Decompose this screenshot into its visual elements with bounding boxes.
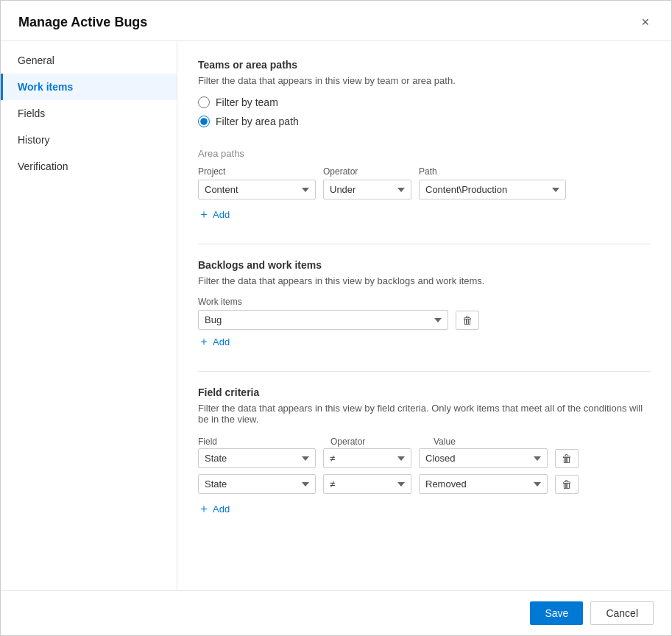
sidebar-item-history[interactable]: History — [1, 127, 177, 153]
filter-by-team-radio[interactable] — [198, 96, 210, 108]
dialog-header: Manage Active Bugs × — [1, 1, 671, 41]
field-criteria-headers: Field Operator Value — [198, 435, 651, 447]
area-paths-section: Area paths Project Content Operator Unde… — [198, 148, 651, 223]
divider-1 — [198, 244, 651, 244]
area-paths-subsection-title: Area paths — [198, 148, 651, 159]
dialog-body: General Work items Fields History Verifi… — [1, 41, 671, 590]
project-label: Project — [198, 166, 316, 177]
backlogs-section: Backlogs and work items Filter the data … — [198, 259, 651, 350]
fc-field-select-2[interactable]: State Priority Assigned To Title — [198, 474, 316, 494]
operator-field-group: Operator Under Not Under — [323, 166, 411, 199]
fc-operator-label: Operator — [330, 437, 365, 447]
backlogs-add-label: Add — [213, 336, 230, 347]
sidebar-item-work-items[interactable]: Work items — [1, 74, 177, 100]
sidebar-item-verification[interactable]: Verification — [1, 153, 177, 180]
area-paths-row: Project Content Operator Under Not Under — [198, 166, 651, 199]
filter-by-area-label[interactable]: Filter by area path — [198, 116, 651, 127]
close-button[interactable]: × — [637, 14, 654, 30]
path-label: Path — [419, 166, 566, 177]
field-criteria-desc: Filter the data that appears in this vie… — [198, 403, 651, 425]
filter-by-area-radio[interactable] — [198, 116, 210, 127]
sidebar-item-fields[interactable]: Fields — [1, 100, 177, 127]
sidebar: General Work items Fields History Verifi… — [1, 41, 177, 590]
save-button[interactable]: Save — [530, 601, 583, 625]
filter-by-area-text: Filter by area path — [216, 116, 299, 127]
trash-icon-fc-1: 🗑 — [562, 453, 572, 464]
fc-value-label: Value — [434, 437, 456, 447]
add-plus-icon: ＋ — [198, 208, 210, 220]
fc-delete-button-1[interactable]: 🗑 — [555, 449, 579, 468]
trash-icon: 🗑 — [462, 314, 473, 326]
work-items-field-group: Work items Bug Task User Story Epic Feat… — [198, 297, 651, 330]
fc-value-select-1[interactable]: Closed Active Resolved Removed New — [419, 448, 548, 468]
add-plus-icon-3: ＋ — [198, 503, 210, 515]
add-plus-icon-2: ＋ — [198, 336, 210, 347]
field-criteria-title: Field criteria — [198, 386, 651, 398]
teams-section-title: Teams or area paths — [198, 59, 651, 71]
fc-field-select-1[interactable]: State Priority Assigned To Title — [198, 448, 316, 468]
fc-operator-select-1[interactable]: ≠ = < > — [323, 448, 411, 468]
fc-operator-select-2[interactable]: ≠ = < > — [323, 474, 411, 494]
filter-by-team-label[interactable]: Filter by team — [198, 96, 651, 108]
main-content: Teams or area paths Filter the data that… — [177, 41, 671, 590]
fc-field-label: Field — [198, 437, 217, 447]
work-item-select[interactable]: Bug Task User Story Epic Feature — [198, 310, 448, 330]
cancel-button[interactable]: Cancel — [590, 601, 654, 625]
trash-icon-fc-2: 🗑 — [562, 478, 572, 490]
manage-active-bugs-dialog: Manage Active Bugs × General Work items … — [0, 0, 672, 636]
field-criteria-row-1: State Priority Assigned To Title ≠ = < >… — [198, 448, 651, 468]
work-item-delete-button[interactable]: 🗑 — [456, 311, 479, 330]
teams-section-desc: Filter the data that appears in this vie… — [198, 75, 651, 86]
path-field-group: Path Content\Production — [419, 166, 566, 199]
backlogs-section-desc: Filter the data that appears in this vie… — [198, 275, 651, 286]
field-criteria-add-label: Add — [213, 504, 230, 515]
filter-by-team-text: Filter by team — [216, 96, 278, 108]
project-field-group: Project Content — [198, 166, 316, 199]
area-paths-add-label: Add — [213, 209, 230, 220]
filter-radio-group: Filter by team Filter by area path — [198, 96, 651, 127]
project-select[interactable]: Content — [198, 180, 316, 199]
fc-delete-button-2[interactable]: 🗑 — [555, 475, 579, 494]
field-criteria-section: Field criteria Filter the data that appe… — [198, 386, 651, 517]
fc-value-select-2[interactable]: Closed Active Resolved Removed New — [419, 474, 548, 494]
sidebar-item-general[interactable]: General — [1, 47, 177, 74]
work-items-label: Work items — [198, 297, 651, 307]
backlogs-add-button[interactable]: ＋ Add — [198, 333, 230, 350]
dialog-title: Manage Active Bugs — [18, 15, 147, 30]
work-items-row: Bug Task User Story Epic Feature 🗑 — [198, 310, 651, 330]
divider-2 — [198, 371, 651, 372]
area-paths-add-button[interactable]: ＋ Add — [198, 205, 230, 223]
operator-select[interactable]: Under Not Under — [323, 180, 411, 199]
dialog-footer: Save Cancel — [1, 590, 671, 635]
field-criteria-add-button[interactable]: ＋ Add — [198, 500, 230, 517]
path-select[interactable]: Content\Production — [419, 180, 566, 199]
backlogs-section-title: Backlogs and work items — [198, 259, 651, 271]
teams-section: Teams or area paths Filter the data that… — [198, 59, 651, 127]
operator-label: Operator — [323, 166, 411, 177]
field-criteria-row-2: State Priority Assigned To Title ≠ = < >… — [198, 474, 651, 494]
